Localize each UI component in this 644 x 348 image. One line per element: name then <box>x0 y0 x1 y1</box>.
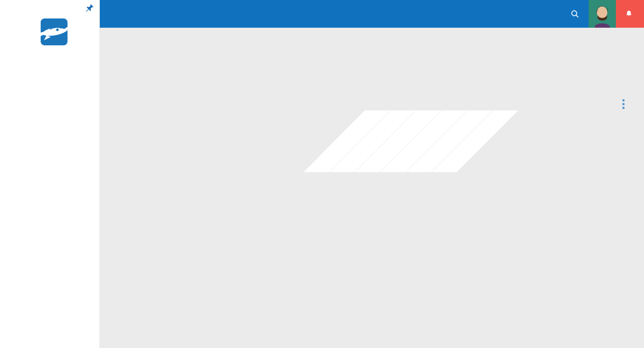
pin-icon[interactable] <box>85 3 94 13</box>
notifications-button[interactable] <box>616 0 644 28</box>
bell-icon <box>625 10 633 18</box>
top-navigation <box>100 0 644 28</box>
user-avatar[interactable] <box>589 0 616 28</box>
search-icon <box>570 9 579 18</box>
search-button[interactable] <box>561 0 589 28</box>
nav-items <box>100 0 105 28</box>
student-header-band <box>303 110 518 172</box>
kebab-menu-icon[interactable] <box>622 99 625 110</box>
nav-right-cluster <box>561 0 644 28</box>
schoolbox-logo[interactable] <box>10 18 90 45</box>
app-window <box>0 0 644 348</box>
schoolbox-fish-icon <box>25 18 75 45</box>
sidebar <box>0 0 100 348</box>
